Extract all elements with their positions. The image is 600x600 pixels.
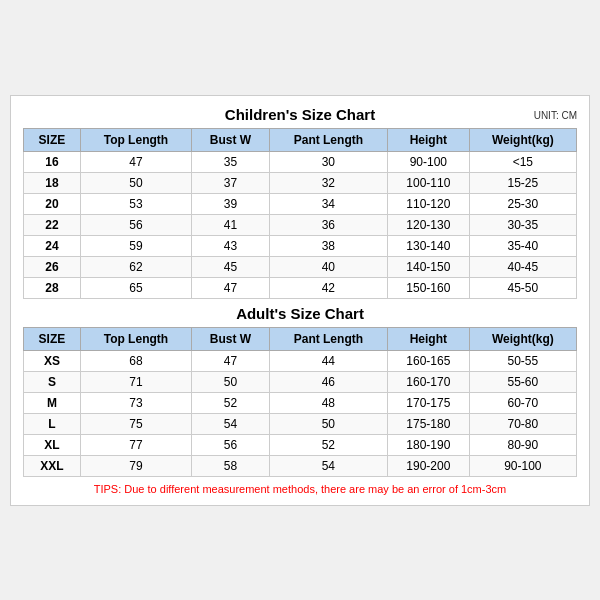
table-cell: 160-170: [387, 371, 469, 392]
table-cell: 100-110: [387, 172, 469, 193]
table-cell: 70-80: [469, 413, 576, 434]
table-cell: 62: [80, 256, 191, 277]
adult-header-row: SIZETop LengthBust WPant LengthHeightWei…: [24, 327, 577, 350]
table-cell: 56: [191, 434, 269, 455]
table-cell: 60-70: [469, 392, 576, 413]
table-cell: 65: [80, 277, 191, 298]
table-cell: 28: [24, 277, 81, 298]
children-table: SIZETop LengthBust WPant LengthHeightWei…: [23, 128, 577, 299]
table-cell: 16: [24, 151, 81, 172]
chart-container: Children's Size Chart UNIT: CM SIZETop L…: [10, 95, 590, 506]
table-cell: 77: [80, 434, 191, 455]
table-cell: 180-190: [387, 434, 469, 455]
table-cell: 42: [269, 277, 387, 298]
table-cell: 48: [269, 392, 387, 413]
adult-col-header: Top Length: [80, 327, 191, 350]
table-cell: 40: [269, 256, 387, 277]
table-cell: 35: [191, 151, 269, 172]
table-cell: 50: [269, 413, 387, 434]
table-cell: 35-40: [469, 235, 576, 256]
table-cell: XL: [24, 434, 81, 455]
table-cell: 90-100: [469, 455, 576, 476]
table-cell: 175-180: [387, 413, 469, 434]
table-cell: 73: [80, 392, 191, 413]
adult-title-wrapper: Adult's Size Chart: [23, 305, 577, 323]
table-cell: 26: [24, 256, 81, 277]
table-cell: 54: [191, 413, 269, 434]
adult-col-header: SIZE: [24, 327, 81, 350]
table-cell: 79: [80, 455, 191, 476]
table-cell: 47: [191, 350, 269, 371]
adult-body: XS684744160-16550-55S715046160-17055-60M…: [24, 350, 577, 476]
table-row: S715046160-17055-60: [24, 371, 577, 392]
table-cell: 25-30: [469, 193, 576, 214]
adult-title: Adult's Size Chart: [236, 305, 364, 322]
table-cell: 52: [269, 434, 387, 455]
children-col-header: SIZE: [24, 128, 81, 151]
table-row: 24594338130-14035-40: [24, 235, 577, 256]
table-cell: 30: [269, 151, 387, 172]
table-cell: 22: [24, 214, 81, 235]
table-cell: 120-130: [387, 214, 469, 235]
children-col-header: Bust W: [191, 128, 269, 151]
table-cell: 110-120: [387, 193, 469, 214]
table-cell: 43: [191, 235, 269, 256]
table-cell: 32: [269, 172, 387, 193]
table-cell: <15: [469, 151, 576, 172]
table-cell: 47: [191, 277, 269, 298]
tips-text: TIPS: Due to different measurement metho…: [23, 483, 577, 495]
adult-col-header: Height: [387, 327, 469, 350]
table-row: 1647353090-100<15: [24, 151, 577, 172]
table-row: L755450175-18070-80: [24, 413, 577, 434]
table-cell: 45: [191, 256, 269, 277]
table-cell: 150-160: [387, 277, 469, 298]
table-cell: 80-90: [469, 434, 576, 455]
table-cell: 40-45: [469, 256, 576, 277]
table-cell: 36: [269, 214, 387, 235]
adult-col-header: Bust W: [191, 327, 269, 350]
table-row: XXL795854190-20090-100: [24, 455, 577, 476]
table-cell: 18: [24, 172, 81, 193]
table-cell: 130-140: [387, 235, 469, 256]
table-cell: XS: [24, 350, 81, 371]
table-cell: 56: [80, 214, 191, 235]
table-cell: 58: [191, 455, 269, 476]
table-cell: 37: [191, 172, 269, 193]
table-cell: 140-150: [387, 256, 469, 277]
children-col-header: Top Length: [80, 128, 191, 151]
table-cell: 15-25: [469, 172, 576, 193]
table-cell: 75: [80, 413, 191, 434]
table-row: 26624540140-15040-45: [24, 256, 577, 277]
adult-col-header: Weight(kg): [469, 327, 576, 350]
table-cell: 50: [191, 371, 269, 392]
table-cell: 68: [80, 350, 191, 371]
table-cell: 52: [191, 392, 269, 413]
table-cell: 38: [269, 235, 387, 256]
table-cell: 160-165: [387, 350, 469, 371]
table-cell: 53: [80, 193, 191, 214]
table-cell: 30-35: [469, 214, 576, 235]
table-cell: 44: [269, 350, 387, 371]
children-title-wrapper: Children's Size Chart UNIT: CM: [23, 106, 577, 124]
table-cell: M: [24, 392, 81, 413]
table-cell: 45-50: [469, 277, 576, 298]
children-header-row: SIZETop LengthBust WPant LengthHeightWei…: [24, 128, 577, 151]
table-cell: 190-200: [387, 455, 469, 476]
table-cell: 34: [269, 193, 387, 214]
table-row: 20533934110-12025-30: [24, 193, 577, 214]
table-cell: 46: [269, 371, 387, 392]
table-row: 18503732100-11015-25: [24, 172, 577, 193]
adult-table: SIZETop LengthBust WPant LengthHeightWei…: [23, 327, 577, 477]
table-cell: 170-175: [387, 392, 469, 413]
table-cell: XXL: [24, 455, 81, 476]
table-cell: 50: [80, 172, 191, 193]
table-cell: S: [24, 371, 81, 392]
table-cell: 50-55: [469, 350, 576, 371]
children-title: Children's Size Chart: [225, 106, 375, 123]
table-row: XL775652180-19080-90: [24, 434, 577, 455]
children-col-header: Pant Length: [269, 128, 387, 151]
table-row: 22564136120-13030-35: [24, 214, 577, 235]
children-body: 1647353090-100<1518503732100-11015-25205…: [24, 151, 577, 298]
table-cell: 20: [24, 193, 81, 214]
table-cell: 54: [269, 455, 387, 476]
